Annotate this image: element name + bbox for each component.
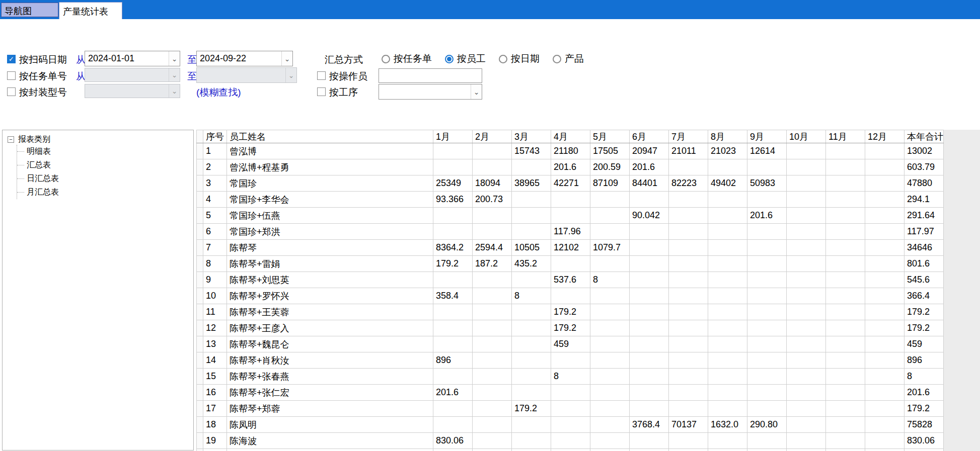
row-selector[interactable] — [197, 272, 203, 288]
cell-value[interactable] — [787, 288, 826, 304]
cell-value[interactable]: 201.6 — [551, 159, 590, 175]
cell-value[interactable] — [787, 417, 826, 433]
cell-value[interactable] — [747, 288, 787, 304]
cell-value[interactable]: 12102 — [551, 240, 590, 256]
row-selector[interactable] — [197, 352, 203, 369]
cell-value[interactable] — [590, 369, 630, 385]
cell-value[interactable]: 290.80 — [747, 417, 787, 433]
cell-value[interactable] — [630, 401, 669, 417]
cell-value[interactable] — [865, 449, 904, 451]
cell-value[interactable] — [473, 288, 512, 304]
cell-value[interactable] — [590, 192, 630, 208]
cell-value[interactable] — [473, 401, 512, 417]
package-model-checkbox[interactable] — [7, 87, 16, 96]
cell-value[interactable]: 1632.0 — [708, 417, 747, 433]
cell-seq[interactable]: 2 — [203, 159, 227, 175]
cell-value[interactable] — [433, 208, 473, 224]
task-no-from-combo[interactable]: ⌄ — [85, 68, 180, 82]
cell-seq[interactable]: 7 — [203, 240, 227, 256]
cell-employee-name[interactable]: 陈帮琴+张春燕 — [227, 369, 433, 385]
cell-value[interactable]: 47880 — [904, 175, 944, 192]
cell-value[interactable] — [747, 256, 787, 272]
cell-value[interactable] — [865, 240, 904, 256]
cell-value[interactable]: 8 — [590, 272, 630, 288]
cell-value[interactable]: 21180 — [551, 143, 590, 159]
column-header-本年合计[interactable]: 本年合计 — [904, 130, 944, 143]
cell-value[interactable] — [747, 192, 787, 208]
cell-value[interactable]: 179.2 — [904, 304, 944, 320]
cell-value[interactable] — [590, 256, 630, 272]
cell-value[interactable]: 32624 — [904, 449, 944, 451]
cell-value[interactable] — [865, 417, 904, 433]
cell-value[interactable] — [512, 192, 551, 208]
cell-value[interactable] — [512, 369, 551, 385]
cell-value[interactable] — [865, 304, 904, 320]
cell-value[interactable] — [708, 433, 747, 449]
row-selector[interactable] — [197, 224, 203, 240]
cell-value[interactable] — [787, 143, 826, 159]
cell-value[interactable]: 187.2 — [473, 256, 512, 272]
cell-value[interactable] — [433, 159, 473, 175]
cell-value[interactable] — [826, 401, 865, 417]
cell-value[interactable]: 49402 — [708, 175, 747, 192]
cell-value[interactable]: 18094 — [473, 175, 512, 192]
cell-value[interactable] — [512, 433, 551, 449]
cell-value[interactable]: 117.97 — [904, 224, 944, 240]
summary-option-产品[interactable]: 产品 — [553, 52, 584, 65]
cell-value[interactable]: 179.2 — [904, 401, 944, 417]
cell-value[interactable] — [708, 288, 747, 304]
cell-value[interactable] — [747, 336, 787, 352]
cell-value[interactable] — [669, 336, 708, 352]
column-header-6月[interactable]: 6月 — [630, 130, 669, 143]
cell-value[interactable] — [747, 272, 787, 288]
cell-value[interactable] — [551, 288, 590, 304]
row-selector-header[interactable] — [197, 130, 203, 143]
column-header-5月[interactable]: 5月 — [590, 130, 630, 143]
cell-value[interactable] — [473, 369, 512, 385]
cell-seq[interactable]: 5 — [203, 208, 227, 224]
cell-value[interactable] — [787, 320, 826, 336]
cell-value[interactable] — [708, 336, 747, 352]
cell-value[interactable] — [669, 385, 708, 401]
cell-value[interactable] — [826, 369, 865, 385]
summary-option-按日期[interactable]: 按日期 — [499, 52, 540, 65]
cell-value[interactable]: 179.2 — [551, 304, 590, 320]
task-no-checkbox[interactable] — [7, 71, 16, 80]
cell-employee-name[interactable]: 陈帮琴+张仁宏 — [227, 385, 433, 401]
cell-seq[interactable]: 15 — [203, 369, 227, 385]
cell-employee-name[interactable]: 陈帮琴 — [227, 240, 433, 256]
cell-seq[interactable]: 1 — [203, 143, 227, 159]
cell-value[interactable] — [787, 352, 826, 369]
cell-value[interactable] — [747, 159, 787, 175]
cell-value[interactable]: 8 — [904, 369, 944, 385]
cell-value[interactable]: 801.6 — [904, 256, 944, 272]
cell-seq[interactable]: 6 — [203, 224, 227, 240]
cell-value[interactable]: 84401 — [630, 175, 669, 192]
cell-value[interactable] — [787, 272, 826, 288]
cell-value[interactable] — [826, 336, 865, 352]
cell-value[interactable]: 291.64 — [904, 208, 944, 224]
cell-value[interactable] — [630, 192, 669, 208]
column-header-7月[interactable]: 7月 — [669, 130, 708, 143]
cell-value[interactable]: 117.96 — [551, 224, 590, 240]
cell-value[interactable] — [512, 208, 551, 224]
cell-value[interactable] — [787, 385, 826, 401]
tab-navigation-map[interactable]: 导航图 — [1, 3, 58, 17]
cell-value[interactable] — [708, 256, 747, 272]
tree-item-日汇总表[interactable]: 日汇总表 — [17, 172, 191, 186]
operator-input[interactable] — [379, 68, 482, 83]
cell-value[interactable] — [747, 304, 787, 320]
column-header-1月[interactable]: 1月 — [433, 130, 473, 143]
cell-value[interactable] — [787, 159, 826, 175]
cell-value[interactable] — [787, 192, 826, 208]
cell-value[interactable] — [473, 224, 512, 240]
cell-employee-name[interactable]: 陈凤明 — [227, 417, 433, 433]
cell-value[interactable] — [630, 369, 669, 385]
cell-value[interactable] — [747, 433, 787, 449]
cell-employee-name[interactable]: 陈帮琴+罗怀兴 — [227, 288, 433, 304]
cell-value[interactable] — [826, 240, 865, 256]
cell-value[interactable]: 87109 — [590, 175, 630, 192]
cell-value[interactable] — [512, 336, 551, 352]
cell-value[interactable] — [826, 288, 865, 304]
row-selector[interactable] — [197, 401, 203, 417]
